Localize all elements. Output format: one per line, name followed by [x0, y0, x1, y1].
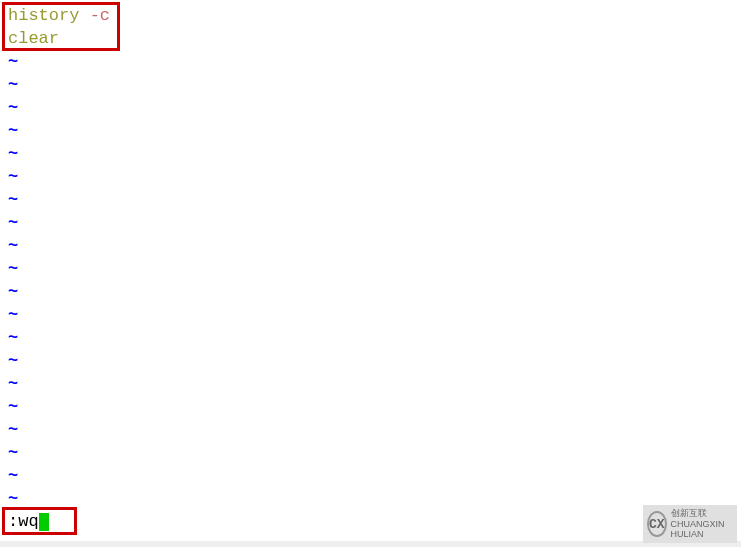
tilde-line: ~ — [8, 464, 741, 487]
vim-command-line[interactable]: :wq — [8, 510, 49, 533]
watermark-text: 创新互联 CHUANGXIN HULIAN — [671, 508, 733, 540]
tilde-line: ~ — [8, 395, 741, 418]
watermark-line1: 创新互联 — [671, 508, 733, 519]
code-line-1: history -c — [8, 4, 741, 27]
tilde-line: ~ — [8, 280, 741, 303]
watermark-line2: CHUANGXIN HULIAN — [671, 519, 733, 541]
tilde-line: ~ — [8, 372, 741, 395]
tilde-line: ~ — [8, 303, 741, 326]
tilde-line: ~ — [8, 50, 741, 73]
watermark: CX 创新互联 CHUANGXIN HULIAN — [643, 505, 737, 543]
tilde-line: ~ — [8, 211, 741, 234]
bottom-bar — [0, 541, 741, 547]
tilde-line: ~ — [8, 73, 741, 96]
vim-editor[interactable]: history -c clear ~~~~~~~~~~~~~~~~~~~~ :w… — [0, 0, 741, 547]
command-token: history — [8, 6, 90, 25]
watermark-logo-icon: CX — [647, 511, 667, 537]
tilde-line: ~ — [8, 349, 741, 372]
cursor-icon — [39, 513, 49, 531]
tilde-line: ~ — [8, 418, 741, 441]
tilde-line: ~ — [8, 142, 741, 165]
tilde-lines: ~~~~~~~~~~~~~~~~~~~~ — [8, 50, 741, 510]
tilde-line: ~ — [8, 96, 741, 119]
tilde-line: ~ — [8, 188, 741, 211]
tilde-line: ~ — [8, 487, 741, 510]
tilde-line: ~ — [8, 257, 741, 280]
command-text: :wq — [8, 512, 39, 531]
tilde-line: ~ — [8, 165, 741, 188]
tilde-line: ~ — [8, 326, 741, 349]
command-token: clear — [8, 29, 59, 48]
code-line-2: clear — [8, 27, 741, 50]
tilde-line: ~ — [8, 119, 741, 142]
flag-token: -c — [90, 6, 110, 25]
editor-content: history -c clear ~~~~~~~~~~~~~~~~~~~~ — [8, 4, 741, 510]
tilde-line: ~ — [8, 234, 741, 257]
tilde-line: ~ — [8, 441, 741, 464]
